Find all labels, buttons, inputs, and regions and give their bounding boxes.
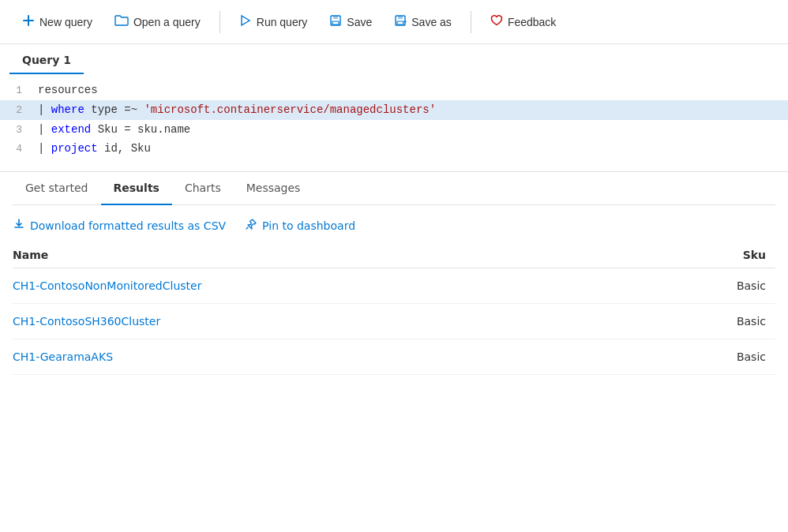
code-line-2: 2 | where type =~ 'microsoft.containerse… [0,100,788,120]
new-query-button[interactable]: New query [13,9,102,35]
tab-get-started[interactable]: Get started [13,172,101,205]
line-number-1: 1 [0,83,38,99]
run-icon [239,14,252,30]
code-text-2: | where type =~ 'microsoft.containerserv… [38,101,788,118]
keyword-project: project [51,142,98,155]
pipe-4: | [38,142,51,155]
row-name-3[interactable]: CH1-GearamaAKS [13,339,651,375]
row-name-2[interactable]: CH1-ContosoSH360Cluster [13,304,651,339]
query-area: Query 1 1 resources 2 | where type =~ 'm… [0,44,788,172]
run-query-button[interactable]: Run query [230,9,317,35]
col-header-sku: Sku [651,242,775,268]
tab-charts[interactable]: Charts [172,172,234,205]
tab-messages[interactable]: Messages [234,172,313,205]
divider-1 [220,11,220,33]
plus-icon [22,14,35,30]
svg-rect-3 [332,21,339,24]
divider-2 [471,11,471,33]
code-sku: Sku = sku.name [91,123,190,136]
feedback-button[interactable]: Feedback [481,9,565,35]
pin-icon [245,218,257,233]
line-number-4: 4 [0,141,38,158]
table-row: CH1-ContosoNonMonitoredCluster Basic [13,268,775,304]
table-row: CH1-ContosoSH360Cluster Basic [13,304,775,339]
line-number-2: 2 [0,103,38,119]
actions-row: Download formatted results as CSV Pin to… [13,205,775,242]
pipe-2: | [38,103,51,116]
code-fields: id, Sku [98,142,151,155]
row-sku-2: Basic [651,304,775,339]
save-icon [329,14,342,30]
results-table: Name Sku CH1-ContosoNonMonitoredCluster … [13,242,775,375]
heart-icon [490,14,503,30]
col-header-name: Name [13,242,651,268]
tab-results[interactable]: Results [101,172,172,205]
toolbar: New query Open a query Run query Save [0,0,788,44]
svg-rect-6 [397,21,403,24]
save-as-icon [394,14,407,30]
result-tabs: Get started Results Charts Messages [13,172,775,205]
svg-rect-2 [333,16,338,19]
code-text-4: | project id, Sku [38,140,788,157]
save-button[interactable]: Save [320,9,381,35]
download-csv-link[interactable]: Download formatted results as CSV [13,218,226,233]
row-name-1[interactable]: CH1-ContosoNonMonitoredCluster [13,268,651,304]
open-query-button[interactable]: Open a query [105,9,210,35]
row-sku-1: Basic [651,268,775,304]
download-icon [13,218,25,233]
keyword-extend: extend [51,123,91,136]
keyword-where: where [51,103,84,116]
svg-rect-5 [398,16,403,19]
code-text-3: | extend Sku = sku.name [38,121,788,138]
code-editor[interactable]: 1 resources 2 | where type =~ 'microsoft… [0,74,788,171]
folder-icon [114,14,129,30]
string-value: 'microsoft.containerservice/managedclust… [144,103,436,116]
results-area: Get started Results Charts Messages Down… [0,172,788,375]
code-line-1: 1 resources [0,81,788,100]
row-sku-3: Basic [651,339,775,375]
save-as-button[interactable]: Save as [385,9,461,35]
line-number-3: 3 [0,122,38,139]
code-type: type =~ [84,103,144,116]
code-line-4: 4 | project id, Sku [0,139,788,159]
code-line-3: 3 | extend Sku = sku.name [0,120,788,140]
pin-dashboard-link[interactable]: Pin to dashboard [245,218,355,233]
code-text-1: resources [38,81,788,99]
query-tab[interactable]: Query 1 [9,47,84,74]
pipe-3: | [38,123,51,136]
svg-marker-0 [242,16,250,25]
table-row: CH1-GearamaAKS Basic [13,339,775,375]
